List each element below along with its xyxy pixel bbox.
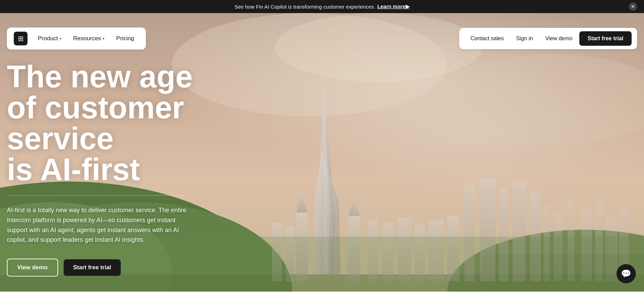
chat-bubble-button[interactable]: 💬	[616, 264, 636, 283]
start-trial-hero-label: Start free trial	[73, 264, 111, 271]
resources-chevron-icon: ▾	[103, 36, 105, 41]
hero-section: ⊞ Product ▾ Resources ▾ Pricing Contact …	[0, 13, 644, 292]
hero-subtitle: AI-first is a totally new way to deliver…	[7, 205, 193, 245]
nav-sign-in[interactable]: Sign in	[511, 33, 538, 44]
hero-buttons: View demo Start free trial	[7, 259, 234, 276]
announcement-close-button[interactable]: ✕	[629, 2, 637, 11]
view-demo-nav-label: View demo	[545, 35, 572, 41]
start-trial-nav-label: Start free trial	[588, 35, 623, 41]
nav-start-trial-button[interactable]: Start free trial	[579, 31, 632, 46]
contact-sales-label: Contact sales	[470, 35, 504, 41]
hero-content: The new age of customer service is AI-fi…	[0, 61, 241, 276]
nav-contact-sales[interactable]: Contact sales	[465, 33, 509, 44]
nav-right: Contact sales Sign in View demo Start fr…	[459, 28, 637, 49]
navbar: ⊞ Product ▾ Resources ▾ Pricing Contact …	[0, 28, 644, 50]
hero-title-line3: is AI-first	[7, 152, 140, 187]
nav-view-demo[interactable]: View demo	[540, 33, 578, 44]
chat-icon: 💬	[621, 269, 631, 279]
learn-more-link[interactable]: Learn more▶	[377, 3, 410, 10]
nav-resources[interactable]: Resources ▾	[68, 32, 109, 45]
learn-more-arrow: ▶	[406, 3, 410, 9]
announcement-bar: See how Fin AI Copilot is transforming c…	[0, 0, 644, 13]
logo-icon: ⊞	[18, 35, 24, 42]
nav-resources-label: Resources	[73, 35, 101, 42]
hero-title: The new age of customer service is AI-fi…	[7, 61, 234, 185]
view-demo-label: View demo	[17, 264, 48, 271]
nav-pricing-label: Pricing	[116, 35, 134, 42]
hero-start-trial-button[interactable]: Start free trial	[64, 259, 121, 276]
nav-pricing[interactable]: Pricing	[111, 32, 139, 45]
nav-left: ⊞ Product ▾ Resources ▾ Pricing	[7, 28, 146, 50]
hero-title-line2: of customer service	[7, 90, 184, 156]
logo[interactable]: ⊞	[14, 32, 28, 45]
announcement-text: See how Fin AI Copilot is transforming c…	[234, 4, 375, 10]
hero-title-line1: The new age	[7, 59, 193, 94]
nav-product[interactable]: Product ▾	[33, 32, 66, 45]
hero-divider	[7, 195, 186, 196]
nav-product-label: Product	[38, 35, 58, 42]
sign-in-label: Sign in	[516, 35, 533, 41]
hero-view-demo-button[interactable]: View demo	[7, 259, 58, 276]
learn-more-label: Learn more	[377, 3, 406, 9]
product-chevron-icon: ▾	[60, 36, 62, 41]
